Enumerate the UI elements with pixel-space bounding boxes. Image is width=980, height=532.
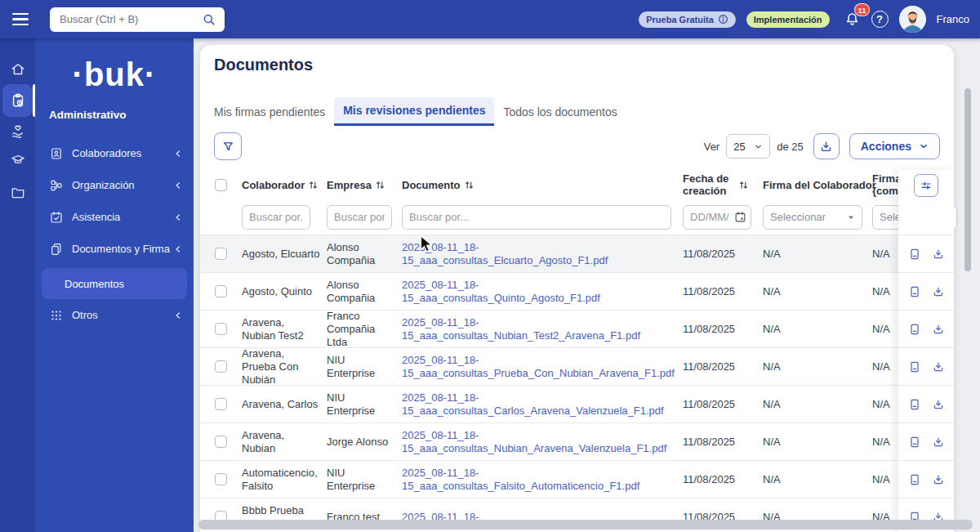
- page-size-value: 25: [733, 141, 745, 153]
- sort-icon[interactable]: [376, 180, 385, 190]
- column-header-colaborador[interactable]: Colaborador: [242, 179, 305, 191]
- implementation-badge[interactable]: Implementación: [746, 11, 830, 28]
- table-row[interactable]: Aravena, Prueba Con Nubián NIU Enterpris…: [200, 348, 954, 386]
- sort-icon[interactable]: [309, 180, 318, 190]
- column-header-firma-colaborador[interactable]: Firma del Colaborador: [763, 179, 876, 191]
- row-checkbox[interactable]: [215, 473, 227, 485]
- row-checkbox[interactable]: [215, 436, 227, 448]
- tab-mis-firmas-pendientes[interactable]: Mis firmas pendientes: [214, 97, 334, 126]
- filter-button[interactable]: [214, 132, 242, 160]
- home-icon[interactable]: [0, 59, 35, 80]
- column-header-documento[interactable]: Documento: [402, 179, 461, 191]
- row-actions: [898, 235, 954, 273]
- table-row[interactable]: Aravena, Nubian Jorge Alonso 2025_08-11_…: [200, 423, 954, 461]
- tab-todos-los-documentos[interactable]: Todos los documentos: [494, 97, 626, 126]
- benefits-hand-heart-icon[interactable]: [0, 121, 35, 142]
- actions-button[interactable]: Acciones: [849, 133, 940, 159]
- topbar: Prueba Gratuita Implementación 11 ? Fran…: [0, 0, 980, 38]
- sticky-action-rows: [898, 235, 954, 532]
- view-document-icon[interactable]: [908, 323, 921, 336]
- row-checkbox[interactable]: [215, 285, 227, 297]
- table-row[interactable]: Agosto, Quinto Alonso Compañia 2025_08-1…: [200, 273, 954, 311]
- download-document-icon[interactable]: [932, 360, 945, 373]
- sidebar-item-documentos-y-firma[interactable]: Documentos y Firma: [35, 233, 194, 265]
- column-header-empresa[interactable]: Empresa: [327, 179, 372, 191]
- sort-icon[interactable]: [739, 180, 748, 190]
- tab-mis-revisiones-pendientes[interactable]: Mis revisiones pendientes: [334, 97, 494, 126]
- table-filter-row: Seleccionar Seleccionar: [200, 199, 954, 235]
- table-row[interactable]: Agosto, Elcuarto Alonso Compañia 2025_08…: [200, 235, 954, 273]
- sidebar-item-label: Asistencia: [72, 211, 174, 223]
- filter-empresa-input[interactable]: [327, 205, 392, 230]
- download-document-icon[interactable]: [932, 323, 945, 336]
- filter-firma-colaborador-select[interactable]: Seleccionar: [763, 205, 862, 230]
- user-name[interactable]: Franco: [937, 13, 969, 25]
- grid-dots-icon: [49, 308, 64, 323]
- page-size-select[interactable]: 25: [726, 134, 770, 159]
- topbar-right: Prueba Gratuita Implementación 11 ? Fran…: [639, 6, 980, 33]
- column-header-fecha-creacion[interactable]: Fecha de creación: [683, 172, 735, 197]
- sidebar: ·buk· Administrativo Colaboradores Organ…: [35, 38, 194, 532]
- view-document-icon[interactable]: [908, 360, 921, 373]
- row-checkbox[interactable]: [215, 248, 227, 260]
- download-document-icon[interactable]: [932, 436, 945, 449]
- document-link[interactable]: 2025_08-11_18-15_aaa_consultas_Nubian_Ar…: [402, 429, 675, 455]
- sidebar-item-colaboradores[interactable]: Colaboradores: [35, 137, 194, 169]
- download-document-icon[interactable]: [932, 248, 945, 261]
- calendar-icon[interactable]: [734, 211, 746, 223]
- filter-fecha-datepicker[interactable]: [683, 205, 751, 230]
- filter-colaborador-input[interactable]: [242, 205, 310, 230]
- sidebar-item-asistencia[interactable]: Asistencia: [35, 201, 194, 233]
- sort-icon[interactable]: [465, 180, 474, 190]
- fecha-creacion-cell: 11/08/2025: [683, 436, 763, 448]
- table-row[interactable]: Aravena, Carlos NIU Enterprise 2025_08-1…: [200, 386, 954, 423]
- search-input[interactable]: [58, 12, 202, 26]
- document-link[interactable]: 2025_08-11_18-15_aaa_consultas_Carlos_Ar…: [402, 391, 675, 418]
- help-button[interactable]: ?: [871, 11, 889, 28]
- folder-icon[interactable]: [0, 181, 35, 203]
- row-actions: [898, 348, 954, 386]
- column-settings-button[interactable]: [914, 174, 938, 197]
- view-document-icon[interactable]: [908, 248, 921, 261]
- export-button[interactable]: [813, 133, 840, 159]
- avatar[interactable]: [899, 6, 926, 33]
- row-checkbox[interactable]: [215, 360, 227, 373]
- menu-icon[interactable]: [12, 10, 30, 29]
- sidebar-item-organizacion[interactable]: Organización: [35, 169, 194, 201]
- download-document-icon[interactable]: [932, 285, 945, 298]
- tasks-clipboard-icon[interactable]: [0, 90, 35, 111]
- global-search[interactable]: [50, 7, 225, 32]
- table-row[interactable]: Automaticencio, Falsito NIU Enterprise 2…: [200, 461, 954, 498]
- sidebar-item-documentos[interactable]: Documentos: [42, 268, 187, 299]
- trial-badge[interactable]: Prueba Gratuita: [639, 11, 736, 28]
- download-document-icon[interactable]: [932, 398, 945, 411]
- view-document-icon[interactable]: [908, 398, 921, 411]
- view-document-icon[interactable]: [908, 436, 921, 449]
- firma-colaborador-cell: N/A: [763, 398, 872, 410]
- education-cap-icon[interactable]: [0, 150, 35, 171]
- empresa-cell: Franco Compañia Ltda: [327, 310, 402, 349]
- table-body: Agosto, Elcuarto Alonso Compañia 2025_08…: [200, 235, 954, 532]
- chevron-down-icon: [754, 142, 763, 151]
- row-checkbox[interactable]: [215, 398, 227, 410]
- view-document-icon[interactable]: [908, 473, 921, 486]
- empresa-cell: NIU Enterprise: [327, 354, 402, 380]
- document-link[interactable]: 2025_08-11_18-15_aaa_consultas_Falsito_A…: [402, 467, 675, 493]
- document-link[interactable]: 2025_08-11_18-15_aaa_consultas_Quinto_Ag…: [402, 279, 675, 305]
- sidebar-item-otros[interactable]: Otros: [35, 299, 194, 331]
- filter-documento-input[interactable]: [402, 205, 671, 230]
- table-row[interactable]: Aravena, Nubian Test2 Franco Compañia Lt…: [200, 311, 954, 348]
- row-checkbox[interactable]: [215, 323, 227, 335]
- colaborador-cell: Automaticencio, Falsito: [242, 467, 327, 493]
- horizontal-scrollbar[interactable]: [198, 520, 973, 530]
- document-link[interactable]: 2025_08-11_18-15_aaa_consultas_Prueba_Co…: [402, 354, 675, 380]
- download-document-icon[interactable]: [932, 473, 945, 486]
- select-all-checkbox[interactable]: [215, 179, 227, 191]
- document-link[interactable]: 2025_08-11_18-15_aaa_consultas_Nubian_Te…: [402, 316, 675, 342]
- vertical-scrollbar[interactable]: [964, 88, 971, 271]
- document-link[interactable]: 2025_08-11_18-15_aaa_consultas_Elcuarto_…: [402, 241, 675, 267]
- notifications-button[interactable]: 11: [844, 11, 861, 28]
- funnel-icon: [221, 140, 235, 154]
- view-document-icon[interactable]: [908, 285, 921, 298]
- empresa-cell: Alonso Compañia: [327, 241, 402, 267]
